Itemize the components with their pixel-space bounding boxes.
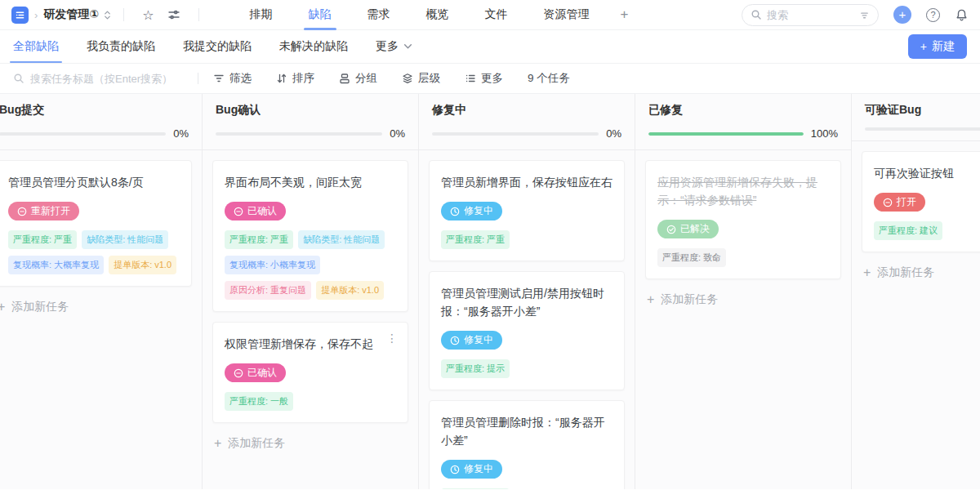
favorite-star-icon[interactable]: ☆	[136, 7, 160, 23]
minus-circle-icon	[234, 368, 243, 378]
chevron-down-icon	[403, 43, 412, 50]
project-nav-tabs: 排期 缺陷 需求 概览 文件 资源管理 +	[232, 0, 642, 30]
status-badge[interactable]: 重新打开	[8, 202, 79, 220]
group-button[interactable]: 分组	[339, 71, 377, 86]
add-task-button[interactable]: + 添加新任务	[212, 433, 408, 454]
tab-schedule[interactable]: 排期	[232, 0, 291, 30]
column-title: Bug确认	[216, 103, 405, 118]
breadcrumb-chevron-icon: ›	[34, 9, 38, 21]
more-button[interactable]: 更多	[465, 71, 503, 86]
tune-icon[interactable]	[161, 8, 187, 21]
kanban-board: Bug提交 0% 管理员管理分页默认8条/页 重新打开 严重程度: 严重 缺陷类…	[0, 94, 980, 489]
global-search-input[interactable]	[767, 9, 854, 21]
tag-severity: 严重程度: 提示	[441, 359, 510, 378]
card-menu-icon[interactable]: ⋮	[386, 332, 398, 344]
sort-button[interactable]: 排序	[276, 71, 314, 86]
filter-tab-all-defects[interactable]: 全部缺陷	[13, 30, 59, 63]
add-task-button[interactable]: + 添加新任务	[862, 262, 980, 283]
task-card[interactable]: 管理员新增界面，保存按钮应在右 修复中 严重程度: 严重	[429, 160, 625, 261]
up-down-chevrons-icon	[103, 10, 112, 20]
column-progress: 0%	[0, 127, 189, 140]
column-fixing: 修复中 0% 管理员新增界面，保存按钮应在右 修复中 严重程度: 严重 管理员管…	[419, 94, 635, 489]
search-icon	[13, 73, 24, 84]
card-title: 可再次验证按钮	[874, 164, 980, 182]
board-toolbar: 筛选 排序 分组 层级 更多 9 个任务	[0, 64, 980, 94]
add-tab-plus-icon[interactable]: +	[608, 0, 642, 30]
task-card[interactable]: ⋮ 权限管理新增保存，保存不起 已确认 严重程度: 一般	[212, 322, 408, 423]
global-search[interactable]	[742, 4, 879, 26]
clock-icon	[450, 336, 460, 345]
help-icon[interactable]: ?	[926, 8, 940, 22]
tab-files[interactable]: 文件	[467, 0, 526, 30]
tag-repro-probability: 复现概率: 大概率复现	[8, 256, 104, 274]
group-icon	[339, 73, 350, 84]
minus-circle-icon	[234, 207, 243, 216]
status-badge[interactable]: 修复中	[441, 331, 502, 350]
progress-percent: 0%	[606, 127, 621, 140]
search-icon	[751, 9, 762, 20]
task-search[interactable]	[13, 73, 194, 85]
minus-circle-icon	[883, 198, 893, 207]
filter-tab-my-submitted[interactable]: 我提交的缺陷	[183, 30, 252, 63]
status-badge[interactable]: 已确认	[225, 202, 286, 220]
project-selector[interactable]: 研发管理①	[43, 7, 112, 22]
status-badge[interactable]: 已解决	[657, 220, 719, 238]
sort-arrows-icon	[276, 73, 287, 84]
progress-percent: 0%	[390, 127, 405, 140]
tag-defect-type: 缺陷类型: 性能问题	[298, 230, 385, 249]
new-task-button[interactable]: + 新建	[908, 34, 967, 59]
tag-severity: 严重程度: 建议	[874, 221, 942, 240]
filter-button[interactable]: 筛选	[213, 71, 252, 86]
card-title: 管理员新增界面，保存按钮应在右	[441, 173, 614, 191]
status-badge[interactable]: 已确认	[225, 363, 286, 382]
task-card[interactable]: 应用资源管理新增保存失败，提示：“请求参数错误” 已解决 严重程度: 致命	[645, 160, 841, 279]
task-card[interactable]: 界面布局不美观，间距太宽 已确认 严重程度: 严重 缺陷类型: 性能问题 复现概…	[212, 160, 408, 312]
card-title: 应用资源管理新增保存失败，提示：“请求参数错误”	[657, 173, 831, 209]
hierarchy-button[interactable]: 层级	[402, 71, 440, 86]
task-card[interactable]: 管理员管理分页默认8条/页 重新打开 严重程度: 严重 缺陷类型: 性能问题 复…	[0, 160, 192, 287]
task-card[interactable]: 管理员管理测试启用/禁用按钮时报：“服务器开小差” 修复中 严重程度: 提示	[429, 271, 625, 390]
progress-percent: 100%	[811, 127, 838, 140]
column-fixed: 已修复 100% 应用资源管理新增保存失败，提示：“请求参数错误” 已解决 严重…	[635, 94, 852, 489]
view-filter-row: 全部缺陷 我负责的缺陷 我提交的缺陷 未解决的缺陷 更多 + 新建	[0, 30, 980, 64]
tab-overview[interactable]: 概览	[408, 0, 467, 30]
check-circle-icon	[666, 225, 676, 234]
add-task-button[interactable]: + 添加新任务	[645, 289, 841, 310]
tag-version: 提单版本: v1.0	[316, 281, 384, 300]
top-bar: › 研发管理① ☆ 排期 缺陷 需求 概览 文件 资源管理 + +	[0, 0, 980, 30]
layers-icon	[402, 73, 413, 84]
app-logo-icon[interactable]	[11, 7, 29, 24]
filter-tab-more[interactable]: 更多	[376, 30, 412, 63]
create-plus-icon[interactable]: +	[893, 6, 911, 24]
notifications-bell-icon[interactable]	[955, 8, 969, 22]
project-name: 研发管理①	[43, 7, 99, 22]
task-card[interactable]: 管理员管理删除时报：“服务器开小差” 修复中 严重程度: 严重	[429, 400, 625, 489]
task-search-input[interactable]	[30, 73, 194, 85]
divider	[123, 8, 124, 21]
divider	[198, 8, 199, 21]
plus-icon: +	[647, 292, 654, 307]
tag-severity: 严重程度: 严重	[441, 230, 510, 249]
clock-icon	[450, 465, 460, 474]
minus-circle-icon	[17, 207, 27, 216]
plus-icon: +	[863, 265, 871, 280]
tab-resources[interactable]: 资源管理	[526, 0, 608, 30]
filter-tab-my-responsible[interactable]: 我负责的缺陷	[87, 30, 155, 63]
column-progress	[865, 127, 980, 131]
status-badge[interactable]: 修复中	[441, 460, 502, 479]
task-card[interactable]: 可再次验证按钮 打开 严重程度: 建议	[862, 151, 980, 252]
card-title: 管理员管理分页默认8条/页	[8, 173, 181, 191]
filter-tab-unresolved[interactable]: 未解决的缺陷	[279, 30, 348, 63]
status-badge[interactable]: 打开	[874, 193, 925, 212]
tag-severity: 严重程度: 严重	[225, 230, 293, 249]
column-bug-submitted: Bug提交 0% 管理员管理分页默认8条/页 重新打开 严重程度: 严重 缺陷类…	[0, 94, 203, 489]
tag-severity: 严重程度: 严重	[8, 230, 77, 249]
tab-defects[interactable]: 缺陷	[291, 0, 350, 30]
funnel-icon	[213, 73, 225, 84]
quick-filter-icon	[859, 10, 870, 20]
status-badge[interactable]: 修复中	[441, 202, 502, 220]
tag-cause-analysis: 原因分析: 重复问题	[225, 281, 311, 300]
add-task-button[interactable]: + 添加新任务	[0, 296, 192, 318]
tab-requirements[interactable]: 需求	[350, 0, 408, 30]
column-title: 已修复	[648, 103, 838, 118]
